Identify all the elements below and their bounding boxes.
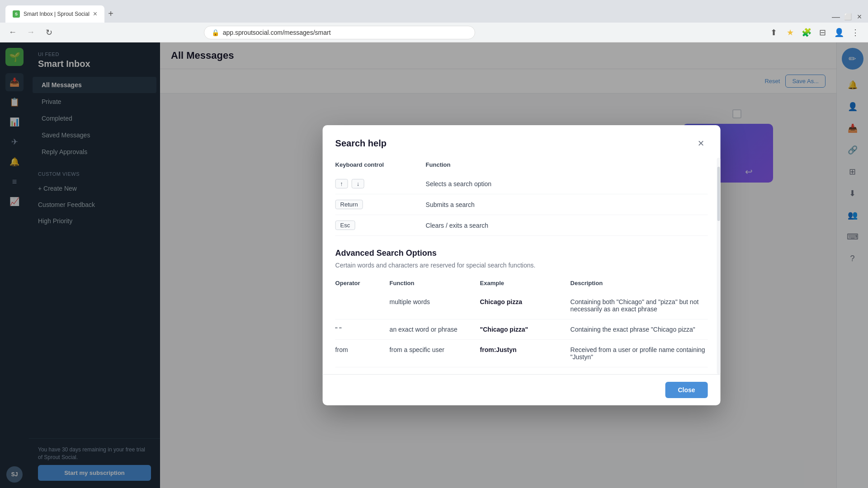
kb-key-return: Return bbox=[335, 194, 426, 215]
browser-bookmark-icon[interactable]: ★ bbox=[783, 25, 797, 40]
tab-title: Smart Inbox | Sprout Social bbox=[24, 11, 90, 17]
adv-row-multiple-words: multiple words Chicago pizza Containing … bbox=[335, 292, 708, 319]
return-key: Return bbox=[335, 200, 363, 209]
browser-menu-icon[interactable]: ⋮ bbox=[848, 25, 863, 40]
browser-account-icon[interactable]: 👤 bbox=[832, 25, 846, 40]
new-tab-button[interactable]: + bbox=[104, 7, 117, 21]
kb-key-esc: Esc bbox=[335, 215, 426, 236]
keyboard-control-section: Keyboard control Function ↑ ↓ Selects a … bbox=[335, 158, 708, 236]
modal-scrollbar-thumb[interactable] bbox=[717, 167, 720, 221]
browser-nav-bar: ← → ↻ 🔒 app.sproutsocial.com/messages/sm… bbox=[0, 23, 868, 42]
advanced-search-table: Operator Function Example Description mu… bbox=[335, 276, 708, 367]
adv-row-from: from from a specific user from:Justyn Re… bbox=[335, 340, 708, 367]
adv-col-description: Description bbox=[571, 276, 708, 292]
adv-function-from: from a specific user bbox=[390, 340, 480, 367]
adv-description-exact: Containing the exact phrase "Chicago piz… bbox=[571, 319, 708, 340]
adv-col-function: Function bbox=[390, 276, 480, 292]
modal-scrollbar-track[interactable] bbox=[717, 158, 721, 374]
modal-close-button[interactable]: × bbox=[694, 136, 708, 150]
adv-description-from: Received from a user or profile name con… bbox=[571, 340, 708, 367]
browser-extension-icon[interactable]: 🧩 bbox=[799, 25, 814, 40]
adv-operator-from: from bbox=[335, 340, 390, 367]
adv-description-multiple: Containing both "Chicago" and "pizza" bu… bbox=[571, 292, 708, 319]
nav-back-button[interactable]: ← bbox=[5, 25, 20, 40]
advanced-search-description: Certain words and characters are reserve… bbox=[335, 262, 708, 269]
adv-operator-blank bbox=[335, 292, 390, 319]
adv-col-operator: Operator bbox=[335, 276, 390, 292]
kb-row-esc: Esc Clears / exits a search bbox=[335, 215, 708, 236]
kb-col-keyboard: Keyboard control bbox=[335, 158, 426, 174]
adv-operator-quotes: " " bbox=[335, 319, 390, 340]
browser-share-icon[interactable]: ⬆ bbox=[767, 25, 781, 40]
adv-function-exact: an exact word or phrase bbox=[390, 319, 480, 340]
app-layout: 🌱 📥 📋 📊 ✈ 🔔 ≡ 📈 SJ UI Feed Smart Inbox A… bbox=[0, 42, 868, 488]
browser-tab-active[interactable]: S Smart Inbox | Sprout Social × bbox=[5, 5, 104, 23]
keyboard-table: Keyboard control Function ↑ ↓ Selects a … bbox=[335, 158, 708, 236]
modal-header: Search help × bbox=[323, 125, 721, 158]
esc-key: Esc bbox=[335, 221, 355, 230]
adv-example-exact-pizza: "Chicago pizza" bbox=[480, 319, 571, 340]
adv-example-from-justyn: from:Justyn bbox=[480, 340, 571, 367]
nav-forward-button[interactable]: → bbox=[24, 25, 38, 40]
nav-refresh-button[interactable]: ↻ bbox=[42, 25, 56, 40]
arrow-down-key: ↓ bbox=[352, 179, 364, 188]
address-bar[interactable]: 🔒 app.sproutsocial.com/messages/smart bbox=[204, 26, 475, 39]
kb-function-arrows: Selects a search option bbox=[426, 174, 708, 194]
adv-function-multiple: multiple words bbox=[390, 292, 480, 319]
address-lock-icon: 🔒 bbox=[212, 29, 219, 36]
kb-row-arrows: ↑ ↓ Selects a search option bbox=[335, 174, 708, 194]
adv-example-chicago-pizza: Chicago pizza bbox=[480, 292, 571, 319]
kb-col-function: Function bbox=[426, 158, 708, 174]
adv-row-exact-phrase: " " an exact word or phrase "Chicago piz… bbox=[335, 319, 708, 340]
kb-function-esc: Clears / exits a search bbox=[426, 215, 708, 236]
tab-close-icon[interactable]: × bbox=[93, 10, 97, 18]
advanced-search-title: Advanced Search Options bbox=[335, 249, 708, 258]
window-minimize[interactable]: — bbox=[833, 14, 839, 20]
browser-sidebar-icon[interactable]: ⊟ bbox=[816, 25, 830, 40]
search-help-modal: Search help × Keyboard control Function bbox=[323, 125, 721, 405]
modal-close-footer-button[interactable]: Close bbox=[665, 382, 708, 398]
modal-title: Search help bbox=[335, 138, 387, 149]
window-maximize[interactable]: ⬜ bbox=[844, 14, 851, 20]
browser-chrome: S Smart Inbox | Sprout Social × + — ⬜ × bbox=[0, 0, 868, 23]
modal-footer: Close bbox=[323, 374, 721, 405]
kb-row-return: Return Submits a search bbox=[335, 194, 708, 215]
kb-key-arrows: ↑ ↓ bbox=[335, 174, 426, 194]
adv-col-example: Example bbox=[480, 276, 571, 292]
modal-body: Keyboard control Function ↑ ↓ Selects a … bbox=[323, 158, 721, 374]
kb-function-return: Submits a search bbox=[426, 194, 708, 215]
arrow-up-key: ↑ bbox=[335, 179, 348, 188]
advanced-search-section: Advanced Search Options Certain words an… bbox=[335, 249, 708, 367]
window-close[interactable]: × bbox=[856, 14, 863, 20]
tab-favicon: S bbox=[13, 10, 20, 18]
address-text: app.sproutsocial.com/messages/smart bbox=[223, 29, 331, 36]
